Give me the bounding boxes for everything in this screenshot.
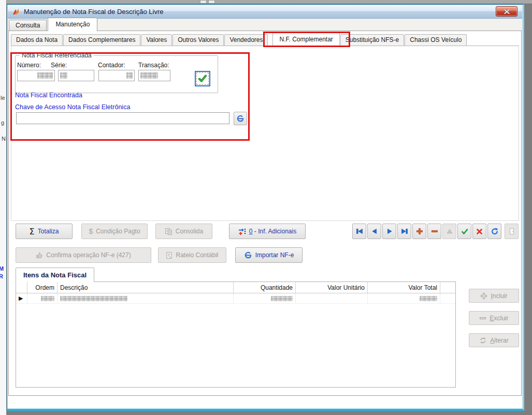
grid-header-quantidade: Quantidade xyxy=(234,282,296,293)
totaliza-button[interactable]: Σ Totaliza xyxy=(16,224,73,239)
tab-valores[interactable]: Valores xyxy=(141,34,172,46)
tab-consulta[interactable]: Consulta xyxy=(9,20,47,31)
contador-label: Contador: xyxy=(98,62,125,69)
nav-edit-button[interactable] xyxy=(442,224,456,239)
thumbs-up-icon xyxy=(36,251,43,259)
excluir-button[interactable]: Excluir xyxy=(469,311,519,325)
grid-header: Ordem Descrição Quantidade Valor Unitári… xyxy=(16,282,455,293)
tab-manutencao[interactable]: Manutenção xyxy=(48,18,97,31)
alterar-button[interactable]: Alterar xyxy=(469,333,519,347)
close-icon xyxy=(504,9,510,14)
row-indicator-cell: ▶ xyxy=(16,293,27,303)
check-icon xyxy=(196,72,209,85)
plus-outline-icon xyxy=(480,292,487,300)
background-text-fragment: R xyxy=(0,273,3,279)
chave-acesso-input[interactable] xyxy=(16,112,229,124)
nav-prior-button[interactable] xyxy=(367,224,381,239)
additional-info-icon xyxy=(238,228,246,235)
transacao-input[interactable] xyxy=(138,70,170,81)
current-row-arrow-icon: ▶ xyxy=(19,295,23,301)
nav-cancel-button[interactable] xyxy=(472,224,486,239)
nav-post-button[interactable] xyxy=(457,224,471,239)
row-valor-unitario-cell xyxy=(296,293,368,303)
background-text-fragment: N xyxy=(2,136,6,142)
nav-exit-button[interactable] xyxy=(505,224,519,239)
app-logo-icon xyxy=(12,8,20,16)
titlebar[interactable]: Manutenção de Nota Fiscal de Descrição L… xyxy=(8,5,522,19)
close-button[interactable] xyxy=(496,6,517,17)
confirma-operacao-nfe-button[interactable]: Confirma operação NF-e (427) xyxy=(16,247,151,263)
importar-nfe-button[interactable]: Importar NF-e xyxy=(235,247,303,263)
nav-next-button[interactable] xyxy=(382,224,396,239)
background-mini-button xyxy=(208,0,215,4)
redacted-value xyxy=(126,72,133,79)
redacted-value xyxy=(37,72,53,79)
contador-input[interactable] xyxy=(98,70,135,81)
nav-refresh-button[interactable] xyxy=(487,224,501,239)
dollar-icon: $ xyxy=(89,227,93,235)
tab-itens-da-nota-fiscal[interactable]: Itens da Nota Fiscal xyxy=(16,268,94,282)
redacted-value xyxy=(60,72,67,79)
consolidate-doc-icon xyxy=(165,228,172,235)
background-text-fragment: le xyxy=(1,95,5,101)
consolida-button[interactable]: Consolida xyxy=(155,224,212,239)
refresh-arrows-icon xyxy=(479,337,487,344)
nav-delete-button[interactable] xyxy=(427,224,441,239)
incluir-button[interactable]: Incluir xyxy=(469,289,519,303)
chave-acesso-label: Chave de Acesso Nota Fiscal Eletrônica xyxy=(15,103,130,111)
redacted-value xyxy=(41,296,54,301)
transacao-label: Transação: xyxy=(138,62,169,69)
grid-header-ordem: Ordem xyxy=(27,282,57,293)
dialog-window: Manutenção de Nota Fiscal de Descrição L… xyxy=(7,4,524,411)
row-valor-total-cell xyxy=(368,293,440,303)
sub-tabstrip: Dados da Nota Dados Complementares Valor… xyxy=(11,33,519,46)
serie-input[interactable] xyxy=(58,70,94,81)
grid-header-valor-total: Valor Total xyxy=(368,282,440,293)
row-descricao-cell xyxy=(57,293,234,303)
nav-insert-button[interactable] xyxy=(412,224,426,239)
redacted-value xyxy=(271,296,293,301)
tab-dados-da-nota[interactable]: Dados da Nota xyxy=(11,34,63,46)
row-quantidade-cell xyxy=(234,293,296,303)
nav-first-button[interactable] xyxy=(352,224,366,239)
tab-vendedores[interactable]: Vendedores xyxy=(224,34,268,46)
ledger-doc-icon xyxy=(166,251,172,259)
tab-substituicao-nfse[interactable]: Substituição NFS-e xyxy=(340,34,404,46)
window-title: Manutenção de Nota Fiscal de Descrição L… xyxy=(24,8,164,16)
redacted-value xyxy=(140,72,158,79)
tab-nf-complementar[interactable]: N.F. Complementar xyxy=(272,33,339,46)
background-text-fragment: M xyxy=(0,265,4,272)
row-ordem-cell xyxy=(27,293,57,303)
nav-last-button[interactable] xyxy=(397,224,411,239)
tab-dados-complementares[interactable]: Dados Complementares xyxy=(63,34,140,46)
table-row[interactable]: ▶ xyxy=(16,293,455,304)
nfe-swirl-icon xyxy=(244,251,252,259)
record-navigator xyxy=(352,224,520,239)
status-nota-fiscal-encontrada: Nota Fiscal Encontrada xyxy=(15,92,82,99)
grid-header-indicator xyxy=(16,282,27,293)
fetch-nfe-key-button[interactable] xyxy=(234,112,247,125)
manutencao-page: Dados da Nota Dados Complementares Valor… xyxy=(8,31,522,396)
row-tail-cell xyxy=(440,293,455,303)
tab-chassi-os-veiculo[interactable]: Chassi OS Veículo xyxy=(405,34,467,46)
background-mini-button xyxy=(200,0,207,4)
background-text-fragment: g xyxy=(1,120,4,126)
search-referenced-invoice-button[interactable] xyxy=(195,71,210,86)
grid-header-descricao: Descrição xyxy=(57,282,234,293)
sigma-icon: Σ xyxy=(30,227,35,236)
nfe-swirl-icon xyxy=(236,114,245,123)
numero-input[interactable] xyxy=(17,70,55,81)
inf-adicionais-button[interactable]: 0 - Inf. Adicionais xyxy=(229,224,306,239)
background-window-left-edge: le g N M R xyxy=(0,0,7,415)
items-grid[interactable]: Ordem Descrição Quantidade Valor Unitári… xyxy=(16,281,456,388)
background-window-top-edge xyxy=(0,0,532,4)
groupbox-title: Nota Fiscal Referenciada xyxy=(20,52,94,59)
serie-label: Série: xyxy=(51,62,67,69)
minus-outline-icon xyxy=(479,315,486,322)
numero-label: Número: xyxy=(17,62,41,69)
redacted-value xyxy=(60,296,127,301)
tab-outros-valores[interactable]: Outros Valores xyxy=(172,34,224,46)
condicao-pagto-button[interactable]: $ Condição Pagto xyxy=(81,224,148,239)
rateio-contabil-button[interactable]: Rateio Contábil xyxy=(158,247,226,263)
redacted-value xyxy=(420,296,437,301)
